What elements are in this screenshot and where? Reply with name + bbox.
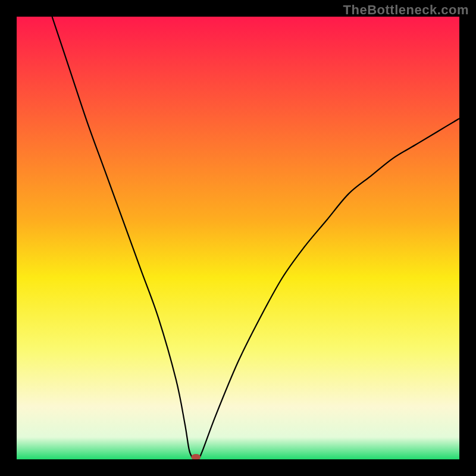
watermark-text: TheBottleneck.com [343, 2, 469, 18]
gradient-background [17, 17, 459, 459]
chart-frame: TheBottleneck.com [0, 0, 476, 476]
plot-area [17, 17, 459, 459]
chart-svg [17, 17, 459, 459]
